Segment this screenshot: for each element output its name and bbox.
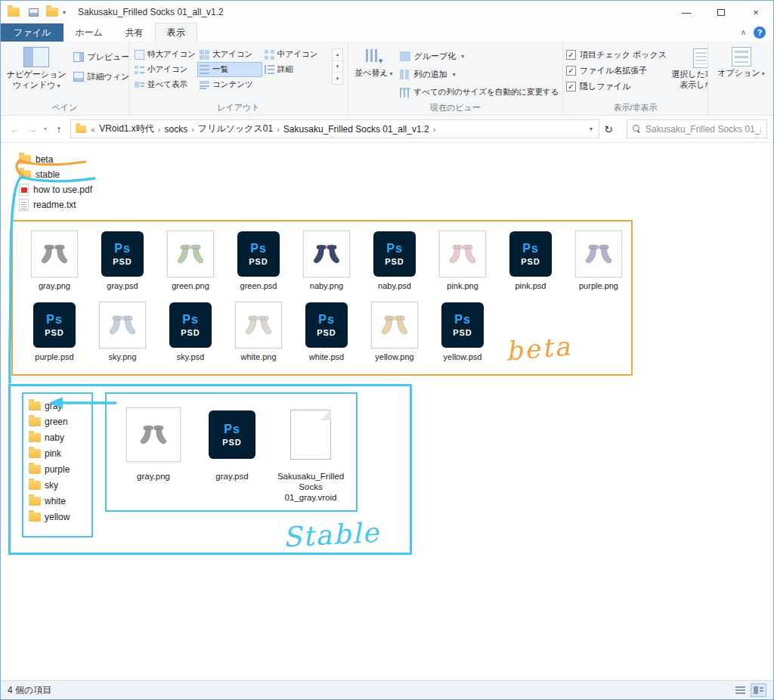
file-tile[interactable]: PsPSDpurple.psd: [20, 300, 88, 362]
sort-by-button[interactable]: 並べ替え▾: [351, 45, 396, 98]
file-list-area: betastablehow to use.pdfreadme.txt gray.…: [1, 143, 773, 680]
folder-list-item[interactable]: purple: [29, 461, 91, 477]
layout-large-icons[interactable]: 大アイコン: [197, 47, 262, 62]
breadcrumb-overflow-icon[interactable]: «: [87, 125, 99, 134]
group-by-icon: [400, 51, 410, 61]
preview-pane-button[interactable]: プレビュー ウィンドウ: [71, 51, 129, 63]
address-dropdown-icon[interactable]: ▾: [587, 125, 595, 132]
close-button[interactable]: ×: [738, 1, 773, 23]
folder-list-item[interactable]: white: [29, 493, 91, 509]
navigation-pane-button[interactable]: ナビゲーションウィンドウ▾: [4, 45, 70, 92]
folder-icon: [29, 513, 41, 522]
details-view-toggle[interactable]: [732, 683, 748, 697]
file-tile[interactable]: PsPSDwhite.psd: [293, 300, 361, 362]
back-button[interactable]: ←: [7, 123, 23, 135]
tab-share[interactable]: 共有: [114, 23, 155, 42]
recent-locations-dropdown-icon[interactable]: ▾: [40, 125, 51, 132]
forward-button[interactable]: →: [23, 123, 40, 135]
gallery-scroll-down-icon[interactable]: ▾: [333, 61, 342, 73]
file-list-item[interactable]: readme.txt: [19, 197, 92, 212]
size-all-columns-button[interactable]: すべての列のサイズを自動的に変更する: [398, 86, 561, 98]
psd-file-icon: PsPSD: [101, 231, 144, 277]
file-name: gray.png: [39, 281, 70, 291]
layout-small-icons[interactable]: 小アイコン: [132, 62, 197, 77]
file-list-item[interactable]: how to use.pdf: [19, 182, 92, 197]
folder-list-item[interactable]: yellow: [29, 509, 91, 525]
minimize-button[interactable]: —: [669, 1, 704, 23]
folder-list-item[interactable]: sky: [29, 477, 91, 493]
breadcrumb-chevron-icon[interactable]: ›: [273, 125, 283, 134]
gallery-more-icon[interactable]: ▾: [333, 73, 342, 84]
file-tile[interactable]: Sakusaku_Frilled Socks 01_gray.vroid: [271, 400, 350, 510]
help-button[interactable]: ?: [754, 26, 766, 39]
breadcrumb-chevron-icon[interactable]: ›: [154, 125, 165, 134]
file-tile[interactable]: PsPSDgreen.psd: [224, 229, 293, 291]
gallery-scroll-up-icon[interactable]: ▴: [333, 49, 342, 61]
up-button[interactable]: ↑: [51, 123, 67, 135]
file-tile[interactable]: green.png: [156, 229, 224, 291]
thumbnail-wrap: [99, 300, 146, 350]
layout-medium-icons[interactable]: 中アイコン: [262, 47, 327, 62]
file-tile[interactable]: sky.png: [88, 300, 156, 362]
hidden-items-checkbox[interactable]: ✓隠しファイル: [566, 80, 667, 93]
file-tile[interactable]: PsPSDnaby.psd: [361, 229, 429, 291]
folder-icon: [29, 497, 41, 506]
add-columns-button[interactable]: 列の追加▾: [398, 68, 561, 81]
breadcrumb-item[interactable]: Sakusaku_Frilled Socks 01_all_v1.2: [283, 124, 429, 135]
details-pane-button[interactable]: 詳細ウィンドウ: [71, 70, 129, 83]
file-tile[interactable]: PsPSDgray.psd: [193, 400, 271, 510]
file-tile[interactable]: PsPSDgray.psd: [88, 229, 156, 291]
dropdown-icon: ▾: [57, 82, 60, 89]
layout-tiles[interactable]: 並べて表示: [132, 77, 197, 92]
breadcrumb-item[interactable]: socks: [165, 124, 188, 135]
qat-dropdown-icon[interactable]: ▾: [63, 9, 66, 16]
file-tile[interactable]: naby.png: [293, 229, 361, 291]
photoshop-psd-glyph: PSD: [222, 438, 242, 447]
folder-list-item[interactable]: gray: [29, 398, 91, 413]
ribbon-collapse-icon[interactable]: ∧: [741, 28, 746, 36]
file-list-item[interactable]: stable: [19, 167, 92, 182]
breadcrumb-chevron-icon[interactable]: ›: [429, 125, 440, 134]
file-tile[interactable]: PsPSDpink.psd: [497, 229, 565, 291]
file-tile[interactable]: pink.png: [429, 229, 497, 291]
thumbnail-wrap: PsPSD: [101, 229, 144, 279]
file-name-extensions-checkbox[interactable]: ✓ファイル名拡張子: [566, 64, 667, 77]
hide-selected-items-button[interactable]: 選択した項目を表示しない: [668, 47, 708, 93]
thumbnail-wrap: [575, 229, 622, 279]
tab-home[interactable]: ホーム: [63, 23, 114, 42]
file-list-item[interactable]: beta: [19, 152, 92, 167]
refresh-button[interactable]: ↻: [599, 123, 618, 135]
breadcrumb-item[interactable]: フリルソックス01: [198, 122, 273, 135]
item-check-boxes-checkbox[interactable]: ✓項目チェック ボックス: [566, 48, 667, 61]
layout-list[interactable]: 一覧: [197, 62, 262, 77]
file-tile[interactable]: gray.png: [114, 400, 193, 510]
search-box[interactable]: Sakusaku_Frilled Socks 01_all...: [627, 119, 767, 138]
extra-large-icons-icon: [135, 50, 144, 60]
qat-icon-1[interactable]: [29, 8, 39, 17]
options-button[interactable]: オプション▾: [714, 45, 767, 80]
layout-details[interactable]: 詳細: [262, 62, 327, 77]
tab-file[interactable]: ファイル: [1, 23, 63, 42]
thumbnail-view-toggle[interactable]: [751, 683, 766, 697]
layout-extra-large-icons[interactable]: 特大アイコン: [132, 47, 197, 62]
group-by-button[interactable]: グループ化▾: [398, 50, 561, 63]
maximize-button[interactable]: [704, 1, 738, 23]
file-tile[interactable]: yellow.png: [361, 300, 429, 362]
file-tile[interactable]: white.png: [224, 300, 293, 362]
folder-list-item[interactable]: pink: [29, 445, 91, 461]
explorer-window: ▾ Sakusaku_Frilled Socks 01_all_v1.2 — ×…: [0, 0, 774, 700]
tab-view[interactable]: 表示: [155, 23, 197, 42]
psd-file-icon: PsPSD: [33, 302, 76, 348]
breadcrumb[interactable]: « VRoid1.x時代›socks›フリルソックス01›Sakusaku_Fr…: [70, 119, 599, 138]
folder-list-item[interactable]: green: [29, 413, 91, 429]
layout-content[interactable]: コンテンツ: [197, 77, 262, 92]
file-name: naby.psd: [378, 281, 411, 291]
qat-icon-2[interactable]: [46, 8, 58, 17]
breadcrumb-item[interactable]: VRoid1.x時代: [99, 122, 154, 135]
file-tile[interactable]: PsPSDsky.psd: [156, 300, 224, 362]
file-tile[interactable]: purple.png: [565, 229, 633, 291]
breadcrumb-chevron-icon[interactable]: ›: [187, 125, 198, 134]
folder-list-item[interactable]: naby: [29, 429, 91, 445]
file-tile[interactable]: gray.png: [20, 229, 88, 291]
file-tile[interactable]: PsPSDyellow.psd: [429, 300, 497, 362]
